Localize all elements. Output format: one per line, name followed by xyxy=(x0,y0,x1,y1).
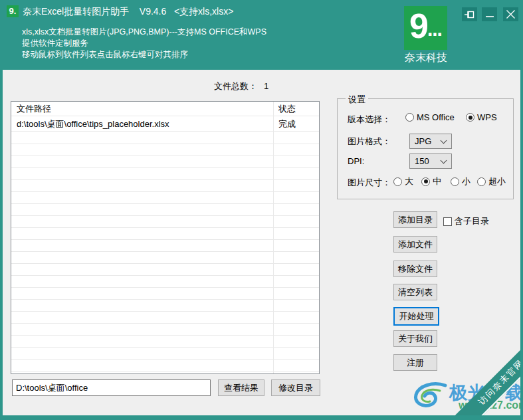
settings-group: 设置 版本选择： MS Office WPS 图片格式： JPG DPI: 15… xyxy=(337,98,514,199)
header-description: xls,xlsx文档批量转图片(JPG,PNG,BMP)---支持MS OFFI… xyxy=(22,27,266,60)
column-header-path: 文件路径 xyxy=(17,102,51,116)
chevron-down-icon xyxy=(441,158,447,164)
naimo-logo: 9... xyxy=(404,6,447,50)
row-file-status: 完成 xyxy=(278,116,296,132)
pin-icon[interactable] xyxy=(462,7,477,21)
column-header-status: 状态 xyxy=(278,102,296,116)
app-window: 9. 奈末Excel批量转图片助手 V9.4.6 <支持xls,xlsx> xl… xyxy=(0,0,523,420)
size-label: 图片尺寸： xyxy=(348,177,391,189)
file-count-value: 1 xyxy=(264,81,268,91)
chevron-down-icon xyxy=(441,138,447,144)
checkbox-box xyxy=(443,217,452,226)
radio-size-medium[interactable]: 中 xyxy=(421,175,441,187)
content-panel: 文件总数：1 文件路径 状态 d:\tools\桌面\office\tips_p… xyxy=(3,70,520,415)
file-count-label: 文件总数： xyxy=(214,81,257,91)
aurora-swirl-icon xyxy=(411,380,449,411)
logo-caption: 奈末科技 xyxy=(401,51,451,65)
file-count: 文件总数：1 xyxy=(214,80,268,92)
dpi-dropdown[interactable]: 150 xyxy=(409,154,452,169)
dpi-label: DPI: xyxy=(348,156,364,166)
radio-size-xsmall-label: 超小 xyxy=(488,175,506,187)
register-button[interactable]: 注册 xyxy=(393,354,437,371)
settings-legend: 设置 xyxy=(346,94,368,106)
row-file-path: d:\tools\桌面\office\tips_placeholder.xlsx xyxy=(17,116,169,132)
radio-size-xsmall[interactable]: 超小 xyxy=(477,175,506,187)
window-title: 奈末Excel批量转图片助手 V9.4.6 <支持xls,xlsx> xyxy=(23,6,233,18)
radio-ms-office[interactable]: MS Office xyxy=(405,112,455,122)
start-process-button[interactable]: 开始处理 xyxy=(393,307,439,326)
change-directory-button[interactable]: 修改目录 xyxy=(271,379,320,396)
radio-size-large[interactable]: 大 xyxy=(393,175,413,187)
file-list[interactable]: 文件路径 状态 d:\tools\桌面\office\tips_placehol… xyxy=(11,101,320,374)
radio-circle xyxy=(451,177,459,186)
add-directory-button[interactable]: 添加目录 xyxy=(393,211,437,228)
remove-file-button[interactable]: 移除文件 xyxy=(393,261,437,277)
view-result-button[interactable]: 查看结果 xyxy=(218,379,264,396)
include-subdir-label: 含子目录 xyxy=(455,215,489,227)
include-subdir-checkbox[interactable]: 含子目录 xyxy=(443,215,489,227)
format-label: 图片格式： xyxy=(348,136,391,148)
add-file-button[interactable]: 添加文件 xyxy=(393,236,437,253)
output-path-input[interactable] xyxy=(12,379,211,396)
column-separator xyxy=(273,102,274,373)
clear-list-button[interactable]: 清空列表 xyxy=(393,284,437,300)
radio-circle xyxy=(393,177,402,186)
app-icon: 9. xyxy=(7,5,19,17)
radio-circle xyxy=(421,177,430,186)
close-icon[interactable] xyxy=(503,7,518,21)
desc-line-1: xls,xlsx文档批量转图片(JPG,PNG,BMP)---支持MS OFFI… xyxy=(22,27,266,38)
radio-size-medium-label: 中 xyxy=(433,175,441,187)
version-label: 版本选择： xyxy=(348,114,391,126)
dpi-value: 150 xyxy=(415,156,429,166)
radio-size-small[interactable]: 小 xyxy=(451,175,471,187)
radio-circle xyxy=(466,113,474,122)
radio-circle xyxy=(405,113,414,122)
radio-circle xyxy=(477,177,486,186)
desc-line-2: 提供软件定制服务 xyxy=(22,38,266,49)
radio-wps[interactable]: WPS xyxy=(466,112,497,122)
logo-digit: 9 xyxy=(409,6,427,46)
about-us-button[interactable]: 关于我们 xyxy=(393,330,437,347)
desc-line-3: 移动鼠标到软件列表点击鼠标右键可对其排序 xyxy=(22,49,266,60)
format-dropdown[interactable]: JPG xyxy=(409,134,452,149)
logo-dots: ... xyxy=(427,6,442,52)
format-value: JPG xyxy=(415,136,431,146)
radio-size-large-label: 大 xyxy=(405,175,413,187)
radio-wps-label: WPS xyxy=(477,112,497,122)
radio-ms-office-label: MS Office xyxy=(417,112,455,122)
radio-size-small-label: 小 xyxy=(462,175,471,187)
minimize-icon[interactable] xyxy=(482,7,497,21)
